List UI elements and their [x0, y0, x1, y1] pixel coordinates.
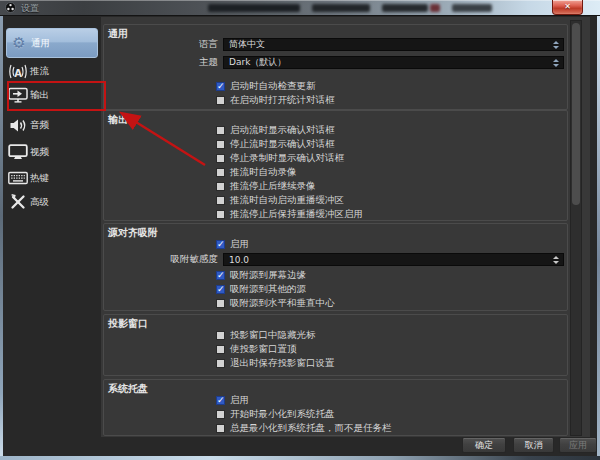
- checkbox-icon: [216, 140, 225, 149]
- sidebar-item-audio[interactable]: 音频: [6, 112, 98, 138]
- stream-antenna-icon: A: [6, 64, 30, 79]
- obs-logo-icon: [5, 2, 16, 13]
- dialog-body: ⚙ 通用 A 推流: [3, 16, 597, 456]
- speaker-icon: [6, 118, 30, 133]
- checkbox-tray-always-minimize[interactable]: 总是最小化到系统托盘，而不是任务栏: [216, 421, 564, 435]
- theme-label: 主题: [104, 56, 223, 69]
- window-title: 设置: [21, 2, 39, 15]
- sidebar-item-label: 推流: [30, 65, 49, 78]
- background-window-blur: [382, 4, 428, 12]
- titlebar[interactable]: 设置 ✕: [0, 0, 600, 16]
- checkbox-icon: [216, 331, 225, 340]
- checkbox-open-stats[interactable]: 在启动时打开统计对话框: [216, 93, 564, 107]
- group-projector-header: 投影窗口: [108, 317, 148, 331]
- checkbox-projector-save-on-exit[interactable]: 退出时保存投影窗口设置: [216, 356, 564, 370]
- checkbox-icon: [216, 154, 225, 163]
- sidebar-item-stream[interactable]: A 推流: [6, 58, 98, 84]
- checkbox-snapping-enable[interactable]: 启用: [216, 237, 564, 251]
- output-monitor-icon: [6, 87, 30, 103]
- theme-value: Dark（默认）: [229, 56, 286, 69]
- snap-sensitivity-value: 10.0: [229, 255, 249, 265]
- checkbox-icon: [216, 345, 225, 354]
- sidebar-item-label: 音频: [30, 119, 49, 132]
- checkbox-confirm-start-stream[interactable]: 启动流时显示确认对话框: [216, 124, 564, 138]
- background-window-blur: [312, 4, 370, 12]
- sidebar-item-label: 高级: [30, 196, 49, 209]
- group-output-header: 输出: [108, 113, 128, 127]
- checkbox-icon: [216, 396, 225, 405]
- window-frame-bottom: [0, 456, 600, 460]
- checkbox-snap-center[interactable]: 吸附源到水平和垂直中心: [216, 296, 564, 310]
- language-select[interactable]: 简体中文: [223, 38, 564, 51]
- group-general: 通用 语言 简体中文 主题 Dark（默认） 启动时自动检查更新: [103, 24, 568, 110]
- checkbox-icon: [216, 299, 225, 308]
- spinner-updown-icon: [553, 256, 559, 264]
- checkbox-icon: [216, 285, 225, 294]
- sidebar-item-label: 视频: [30, 146, 49, 159]
- checkbox-confirm-stop-stream[interactable]: 停止流时显示确认对话框: [216, 138, 564, 152]
- checkbox-auto-update[interactable]: 启动时自动检查更新: [216, 79, 564, 93]
- sidebar-item-label: 输出: [30, 89, 49, 102]
- group-projector: 投影窗口 投影窗口中隐藏光标 使投影窗口置顶 退出时保存投影窗口设置: [103, 314, 568, 376]
- snap-sensitivity-spinbox[interactable]: 10.0: [223, 253, 564, 266]
- checkbox-confirm-stop-record[interactable]: 停止录制时显示确认对话框: [216, 152, 564, 166]
- theme-select[interactable]: Dark（默认）: [223, 56, 564, 69]
- vertical-scrollbar[interactable]: [570, 20, 582, 436]
- group-output: 输出 启动流时显示确认对话框 停止流时显示确认对话框 停止录制时显示确认对话框 …: [103, 110, 568, 221]
- snap-sensitivity-label: 吸附敏感度: [104, 253, 223, 266]
- checkbox-icon: [216, 168, 225, 177]
- language-value: 简体中文: [229, 38, 265, 51]
- close-button[interactable]: ✕: [552, 0, 583, 15]
- checkbox-snap-screen-edge[interactable]: 吸附源到屏幕边缘: [216, 268, 564, 282]
- checkbox-icon: [216, 410, 225, 419]
- checkbox-icon: [216, 196, 225, 205]
- checkbox-icon: [216, 424, 225, 433]
- background-window-blur: [208, 4, 300, 12]
- checkbox-keep-recording[interactable]: 推流停止后继续录像: [216, 180, 564, 194]
- checkbox-icon: [216, 271, 225, 280]
- checkbox-record-when-streaming[interactable]: 推流时自动录像: [216, 166, 564, 180]
- sidebar-item-video[interactable]: 视频: [6, 139, 98, 165]
- checkbox-projector-always-on-top[interactable]: 使投影窗口置顶: [216, 342, 564, 356]
- svg-text:A: A: [14, 67, 22, 78]
- checkbox-projector-hide-cursor[interactable]: 投影窗口中隐藏光标: [216, 328, 564, 342]
- sidebar-item-general[interactable]: ⚙ 通用: [6, 28, 98, 58]
- checkbox-icon: [216, 210, 225, 219]
- gear-icon: ⚙: [7, 36, 31, 51]
- checkbox-icon: [216, 182, 225, 191]
- monitor-icon: [6, 144, 30, 160]
- sidebar-item-output[interactable]: 输出: [6, 82, 98, 108]
- close-icon: ✕: [564, 2, 571, 11]
- sidebar-item-label: 通用: [31, 37, 50, 50]
- group-tray: 系统托盘 启用 开始时最小化到系统托盘 总是最小化到系统托盘，而不是任务栏: [103, 379, 568, 436]
- checkbox-icon: [216, 82, 225, 91]
- titlebar-highlight: [0, 0, 600, 1]
- background-window-blur: [430, 4, 440, 12]
- sidebar-item-advanced[interactable]: 高级: [6, 189, 98, 215]
- ok-button[interactable]: 确定: [462, 437, 506, 453]
- language-label: 语言: [104, 38, 223, 51]
- chevron-updown-icon: [553, 41, 559, 49]
- checkbox-keep-replay-buffer[interactable]: 推流停止后保持重播缓冲区启用: [216, 207, 564, 221]
- group-snapping-header: 源对齐吸附: [108, 226, 158, 240]
- tools-icon: [6, 194, 30, 210]
- checkbox-icon: [216, 359, 225, 368]
- keyboard-icon: [6, 171, 30, 185]
- checkbox-icon: [216, 240, 225, 249]
- group-snapping: 源对齐吸附 启用 吸附敏感度 10.0 吸附源到屏幕边缘: [103, 223, 568, 311]
- checkbox-icon: [216, 126, 225, 135]
- group-tray-header: 系统托盘: [108, 382, 148, 396]
- scrollbar-thumb[interactable]: [572, 23, 580, 205]
- cancel-button[interactable]: 取消: [513, 437, 554, 453]
- chevron-updown-icon: [553, 59, 559, 67]
- sidebar-item-label: 热键: [30, 172, 49, 185]
- background-window-blur: [452, 4, 492, 12]
- checkbox-tray-enable[interactable]: 启用: [216, 393, 564, 407]
- apply-button[interactable]: 应用: [559, 437, 597, 453]
- checkbox-tray-minimize-start[interactable]: 开始时最小化到系统托盘: [216, 407, 564, 421]
- settings-window: 设置 ✕ ⚙ 通用 A: [0, 0, 600, 460]
- sidebar-item-hotkeys[interactable]: 热键: [6, 165, 98, 191]
- checkbox-replay-buffer-stream[interactable]: 推流时自动启动重播缓冲区: [216, 193, 564, 207]
- checkbox-snap-other-sources[interactable]: 吸附源到其他的源: [216, 282, 564, 296]
- checkbox-icon: [216, 96, 225, 105]
